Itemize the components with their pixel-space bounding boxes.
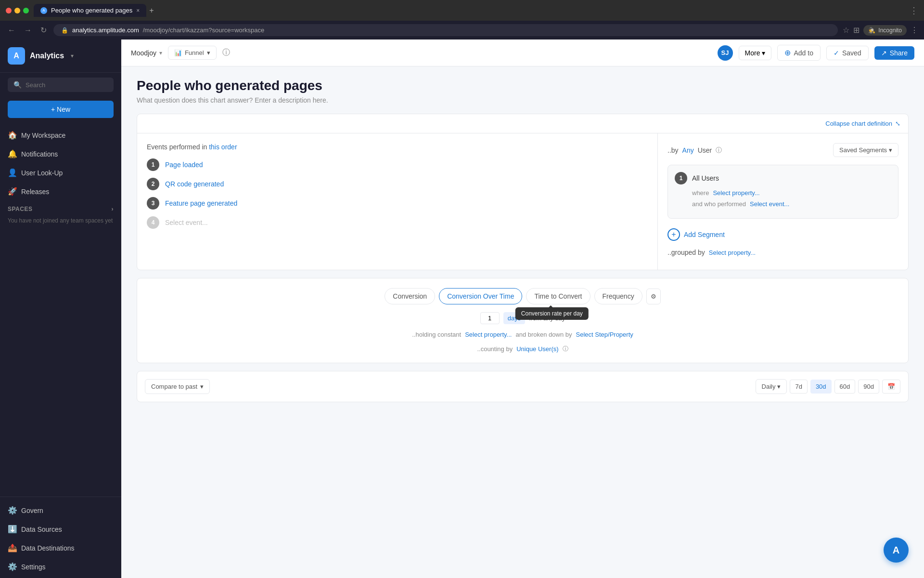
tab-time-to-convert[interactable]: Time to Convert xyxy=(526,288,590,304)
saved-segments-caret: ▾ xyxy=(889,146,892,154)
fab-btn[interactable]: A xyxy=(884,538,909,563)
tab-conversion[interactable]: Conversion xyxy=(385,288,435,304)
add-segment-row[interactable]: + Add Segment xyxy=(667,224,898,245)
new-btn[interactable]: + New xyxy=(8,101,114,118)
url-bar[interactable]: 🔒 analytics.amplitude.com /moodjoy/chart… xyxy=(53,24,838,36)
browser-chrome: A People who generated pages × + ⋮ xyxy=(0,0,924,21)
grouped-by-row: ..grouped by Select property... xyxy=(667,245,898,260)
unique-users-link[interactable]: Unique User(s) xyxy=(516,345,558,353)
add-segment-icon: + xyxy=(667,228,680,241)
share-label: Share xyxy=(890,49,908,57)
chart-definition-panel: Collapse chart definition ⤡ Events perfo… xyxy=(137,114,909,270)
by-label: ..by xyxy=(667,146,679,154)
extensions-btn[interactable]: ⊞ xyxy=(853,26,860,35)
user-info-btn[interactable]: ⓘ xyxy=(716,146,722,155)
order-link[interactable]: this order xyxy=(209,143,237,151)
search-box[interactable]: 🔍 xyxy=(8,78,114,92)
grouped-by-label: ..grouped by xyxy=(667,249,705,256)
releases-icon: 🚀 xyxy=(8,187,16,196)
project-selector[interactable]: Moodjoy ▾ xyxy=(131,49,162,57)
chart-controls-row: Compare to past ▾ Daily ▾ 7d 30d 60d 90d… xyxy=(145,379,900,394)
spaces-header[interactable]: SPACES › xyxy=(8,206,114,212)
event-3-label[interactable]: Feature page generated xyxy=(165,199,237,207)
sidebar-item-data-destinations[interactable]: 📤 Data Destinations xyxy=(0,539,121,557)
tab-frequency[interactable]: Frequency xyxy=(594,288,642,304)
event-num-2: 2 xyxy=(147,178,159,190)
compare-btn[interactable]: Compare to past ▾ xyxy=(145,379,210,394)
reload-btn[interactable]: ↻ xyxy=(38,24,49,37)
sidebar-item-label: User Look-Up xyxy=(21,169,63,177)
broken-down-value[interactable]: Select Step/Property xyxy=(576,331,633,338)
compare-label: Compare to past xyxy=(151,383,197,390)
definition-body: Events performed in this order 1 Page lo… xyxy=(137,133,908,270)
events-panel: Events performed in this order 1 Page lo… xyxy=(137,133,658,270)
select-event-link[interactable]: Select event... xyxy=(750,200,789,208)
more-btn[interactable]: More ▾ xyxy=(739,46,772,60)
90d-btn[interactable]: 90d xyxy=(858,380,879,394)
chart-type-btn[interactable]: 📊 Funnel ▾ xyxy=(168,46,217,60)
collapse-icon: ⤡ xyxy=(895,120,900,127)
tab-conversion-over-time[interactable]: Conversion Over Time xyxy=(439,288,522,304)
holding-property[interactable]: Select property... xyxy=(465,331,512,338)
sidebar-item-govern[interactable]: ⚙️ Govern xyxy=(0,501,121,520)
sidebar-item-releases[interactable]: 🚀 Releases xyxy=(0,182,121,201)
share-btn[interactable]: ↗ Share xyxy=(874,46,914,60)
60d-btn[interactable]: 60d xyxy=(834,380,856,394)
bookmark-btn[interactable]: ☆ xyxy=(843,26,849,35)
tab-bar: A People who generated pages × + xyxy=(34,4,905,17)
spaces-label: SPACES xyxy=(8,206,32,212)
active-tab[interactable]: A People who generated pages × xyxy=(34,4,146,17)
forward-btn[interactable]: → xyxy=(22,24,34,37)
notifications-icon: 🔔 xyxy=(8,149,16,158)
fab-icon: A xyxy=(893,545,899,556)
saved-segments-btn[interactable]: Saved Segments ▾ xyxy=(833,143,898,157)
analysis-settings-btn[interactable]: ⚙ xyxy=(646,289,661,304)
by-row: ..by Any User ⓘ Saved Segments ▾ xyxy=(667,143,898,157)
event-1-label[interactable]: Page loaded xyxy=(165,161,203,169)
add-to-btn[interactable]: ⊕ Add to xyxy=(777,45,820,61)
day-input[interactable] xyxy=(480,312,500,324)
sidebar-item-label: Releases xyxy=(21,188,49,196)
collapse-chart-btn[interactable]: Collapse chart definition ⤡ xyxy=(825,120,900,127)
broken-down-label: and broken down by xyxy=(515,331,572,338)
sidebar-item-my-workspace[interactable]: 🏠 My Workspace xyxy=(0,126,121,144)
sidebar-item-label: Govern xyxy=(21,507,43,514)
daily-btn[interactable]: Daily ▾ xyxy=(756,379,787,394)
browser-menu-btn[interactable]: ⋮ xyxy=(910,5,918,16)
user-avatar: SJ xyxy=(718,45,733,61)
counting-row: ..counting by Unique User(s) ⓘ xyxy=(147,345,898,353)
who-performed-row: and who performed Select event... xyxy=(675,200,891,208)
address-bar: ← → ↻ 🔒 analytics.amplitude.com /moodjoy… xyxy=(0,21,924,39)
event-4-placeholder[interactable]: Select event... xyxy=(165,219,208,226)
search-input[interactable] xyxy=(26,81,108,89)
chart-type-caret: ▾ xyxy=(207,49,210,56)
tab-close-btn[interactable]: × xyxy=(136,7,140,14)
event-num-3: 3 xyxy=(147,197,159,210)
saved-btn[interactable]: ✓ Saved xyxy=(826,46,869,60)
by-any-link[interactable]: Any xyxy=(682,146,694,154)
collapse-label: Collapse chart definition xyxy=(825,120,892,127)
counting-info-btn[interactable]: ⓘ xyxy=(563,345,568,353)
sidebar-item-user-look-up[interactable]: 👤 User Look-Up xyxy=(0,163,121,182)
browser-more-btn[interactable]: ⋮ xyxy=(911,26,918,35)
maximize-traffic-light[interactable] xyxy=(23,8,29,13)
more-label: More xyxy=(745,49,760,57)
select-where-property[interactable]: Select property... xyxy=(713,189,759,197)
calendar-btn[interactable]: 📅 xyxy=(882,380,900,394)
7d-btn[interactable]: 7d xyxy=(790,380,807,394)
sidebar-item-settings[interactable]: ⚙️ Settings xyxy=(0,557,121,576)
browser-actions: ☆ ⊞ 🕵️ Incognito ⋮ xyxy=(843,25,918,36)
event-2-label[interactable]: QR code generated xyxy=(165,180,224,188)
sidebar-item-notifications[interactable]: 🔔 Notifications xyxy=(0,144,121,163)
select-grouped-property[interactable]: Select property... xyxy=(709,249,756,256)
sidebar-item-data-sources[interactable]: ⬇️ Data Sources xyxy=(0,520,121,539)
minimize-traffic-light[interactable] xyxy=(14,8,20,13)
close-traffic-light[interactable] xyxy=(6,8,12,13)
event-num-1: 1 xyxy=(147,158,159,171)
info-btn[interactable]: ⓘ xyxy=(222,48,230,58)
compare-caret-icon: ▾ xyxy=(200,383,204,390)
back-btn[interactable]: ← xyxy=(6,24,17,37)
chart-description[interactable]: What question does this chart answer? En… xyxy=(137,96,909,104)
new-tab-btn[interactable]: + xyxy=(149,6,154,15)
30d-btn[interactable]: 30d xyxy=(810,380,832,394)
